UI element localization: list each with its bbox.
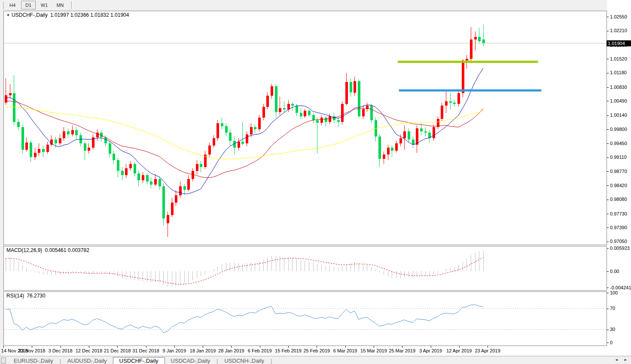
time-axis-label: 6 Mar 2019 [333, 348, 357, 353]
candle-body [142, 175, 144, 180]
candle-body [296, 106, 298, 113]
candle-body [246, 134, 248, 144]
macd-signal-line [6, 258, 483, 285]
candle-body [462, 61, 464, 93]
rsi-axis-label-tick [607, 343, 609, 343]
tab-divider: | [270, 358, 272, 364]
candle-body [403, 131, 406, 138]
time-axis-tick [146, 346, 146, 348]
chart-tab-audusd[interactable]: AUDUSD-,Daily [61, 358, 113, 364]
toolbar-grip[interactable] [1, 2, 3, 9]
macd-title: MACD(12,26,9)0.005461 0.003782 [6, 247, 89, 253]
candle-body [408, 131, 410, 140]
time-axis-tick [89, 346, 89, 348]
candle-body [221, 123, 223, 126]
candle-body [420, 128, 423, 131]
rsi-axis-label-tick [607, 330, 609, 330]
chart-tab-usdchf[interactable]: USDCHF-,Daily [113, 357, 165, 364]
macd-canvas[interactable] [4, 246, 607, 290]
candle-body [179, 186, 182, 195]
time-axis-tick [345, 346, 346, 348]
candle-body [424, 131, 427, 133]
rsi-canvas[interactable] [4, 292, 607, 346]
candle-body [395, 143, 398, 150]
price-axis-label-tick [607, 59, 609, 59]
time-axis-label: 15 Feb 2019 [275, 348, 302, 353]
rsi-axis-label-tick [607, 309, 609, 309]
time-axis-label: 6 Feb 2019 [248, 348, 272, 353]
price-axis-label: 0.97730 [610, 211, 627, 217]
candle-body [13, 93, 15, 122]
candle-body [104, 137, 107, 143]
candle-body [150, 182, 152, 185]
candle-body [183, 186, 186, 190]
price-axis-label: 0.98770 [610, 169, 627, 174]
candle-body [34, 153, 37, 157]
rsi-axis-label: 100 [610, 290, 618, 296]
chart-tab-bar: EURUSD-,Daily|AUDUSD-,DailyUSDCHF-,Daily… [0, 356, 631, 364]
price-axis-label-tick [607, 214, 609, 214]
macd-axis-label-tick [607, 271, 609, 272]
candle-body [137, 173, 140, 180]
time-axis-label: 3 Apr 2019 [419, 348, 442, 353]
chart-tab-usdcnh[interactable]: USDCNH-,Daily [218, 358, 270, 364]
time-axis-tick [459, 346, 460, 348]
tab-scroll-right-icon[interactable]: ► [624, 358, 628, 362]
timeframe-button-h4[interactable]: H4 [5, 1, 20, 9]
tab-scroll-left-icon[interactable]: ◄ [615, 358, 619, 362]
price-axis-label: 0.97050 [610, 239, 627, 244]
resistance-line[interactable] [398, 61, 538, 63]
rsi-value: 76.2730 [27, 293, 45, 299]
price-axis-label-tick [607, 143, 609, 144]
rsi-line [6, 305, 483, 333]
timeframe-button-mn[interactable]: MN [53, 1, 67, 9]
candle-body [117, 160, 119, 171]
tab-bar-corner[interactable] [1, 358, 6, 364]
candle-body [17, 122, 20, 127]
price-axis-label: 0.98080 [610, 197, 627, 202]
candle-body [216, 123, 219, 138]
candle-body [433, 127, 435, 138]
price-axis-label: 0.97390 [610, 225, 627, 231]
candle-body [84, 143, 86, 150]
price-axis-label-tick [607, 31, 609, 31]
price-axis-label: 0.99450 [610, 141, 627, 146]
candle-body [175, 195, 177, 203]
candle-body [154, 179, 157, 184]
rsi-title: RSI(14)76.2730 [6, 293, 46, 299]
price-axis-label-tick [607, 242, 609, 242]
time-axis-tick [174, 346, 175, 348]
macd-axis-label: 0.005923 [610, 246, 630, 251]
candle-body [449, 101, 452, 103]
chart-collapse-icon[interactable]: ▼ [6, 13, 10, 17]
macd-label: MACD(12,26,9) [6, 247, 42, 253]
chart-tab-eurusd[interactable]: EURUSD-,Daily [8, 358, 59, 364]
macd-axis-label-tick [607, 249, 609, 249]
candle-body [38, 149, 40, 153]
rsi-axis-label: 70 [610, 306, 615, 311]
price-chart-canvas[interactable] [4, 11, 607, 245]
timeframe-button-d1[interactable]: D1 [21, 1, 36, 9]
candle-body [320, 118, 323, 122]
timeframe-button-w1[interactable]: W1 [37, 1, 52, 9]
candle-body [304, 111, 306, 116]
candle-body [254, 127, 256, 129]
time-axis-tick [488, 346, 488, 348]
moving-average-medium [6, 101, 483, 177]
candle-body [387, 148, 390, 155]
candle-body [258, 118, 261, 129]
support-line[interactable] [399, 89, 542, 91]
time-axis-tick [288, 346, 289, 348]
candle-body [300, 113, 302, 116]
candle-body [71, 130, 74, 134]
price-axis-label-tick [607, 73, 609, 73]
candle-body [213, 138, 215, 146]
time-axis-tick [117, 346, 118, 348]
candle-body [370, 106, 373, 120]
candle-body [391, 148, 393, 151]
candle-body [337, 120, 340, 122]
candle-body [291, 104, 294, 106]
chart-tab-usdcad[interactable]: USDCAD-,Daily [165, 358, 216, 364]
time-axis-label: 21 Dec 2018 [104, 348, 131, 353]
current-price-tag: 1.01904 [607, 40, 631, 46]
